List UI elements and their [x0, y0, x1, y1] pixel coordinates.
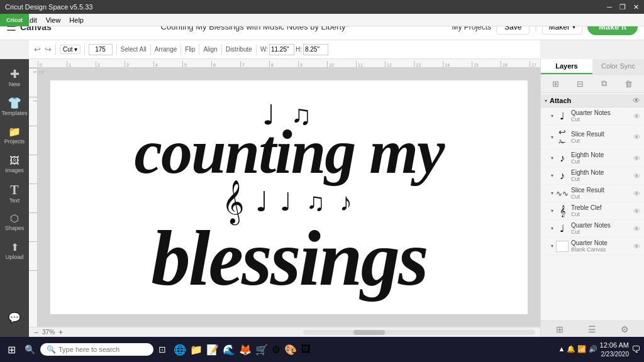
- shapes-icon: ⬡: [10, 214, 19, 224]
- layers-list: ▾ Attach 👁 ▾ ♩ Quarter Notes Cut 👁 ▾ ↩✁ …: [541, 93, 644, 321]
- windows-start-button[interactable]: ⊞: [4, 343, 19, 357]
- search-icon: 🔍: [47, 345, 56, 354]
- app-container: ✚ New 👕 Templates 📁 Projects 🖼 Images T …: [0, 59, 644, 337]
- panel-settings-button[interactable]: ⚙: [621, 324, 629, 334]
- system-tray: ▲ 🔔 📶 🔊 12:06 AM 2/23/2020 🗨: [558, 341, 640, 358]
- h-scroll-thumb[interactable]: [353, 330, 385, 335]
- sidebar-label-templates: Templates: [1, 110, 27, 116]
- collapse-icon: ▾: [551, 226, 553, 231]
- eye-icon-3[interactable]: 👁: [633, 155, 640, 162]
- search-bar[interactable]: 🔍: [40, 343, 153, 356]
- canvas-content: 0 1: [29, 68, 540, 327]
- arrange-label[interactable]: Arrange: [155, 46, 177, 53]
- sidebar-item-text[interactable]: T Text: [2, 180, 27, 207]
- canvas-inner[interactable]: ♩ ♫ counting my 𝄞 ♩ ♩ ♫ ♪: [38, 68, 540, 327]
- zoom-in-button[interactable]: +: [58, 328, 63, 337]
- layer-name-eighth-2: Eighth Note: [571, 169, 631, 176]
- layer-type-cut-7: Cut: [571, 229, 631, 235]
- layer-item-quarter-notes-1[interactable]: ▾ ♩ Quarter Notes Cut 👁: [541, 107, 644, 125]
- align-label[interactable]: Align: [203, 46, 217, 53]
- tab-color-sync[interactable]: Color Sync: [592, 59, 644, 74]
- sidebar-label-shapes: Shapes: [5, 225, 25, 231]
- text-blessings: blessings: [151, 215, 426, 302]
- minimize-btn[interactable]: ─: [607, 3, 612, 11]
- collapse-icon: ▾: [551, 243, 553, 249]
- collapse-icon: ▾: [551, 190, 553, 196]
- redo-button[interactable]: ↪: [45, 45, 52, 54]
- notifications-icon[interactable]: 🗨: [631, 344, 640, 354]
- layer-name-quarter-2: Quarter Notes: [571, 222, 631, 229]
- sidebar-item-upload[interactable]: ⬆ Upload: [2, 238, 27, 265]
- eye-icon-5[interactable]: 👁: [633, 190, 640, 197]
- taskbar-cricut-icon[interactable]: 🎨: [283, 343, 298, 357]
- close-btn[interactable]: ✕: [633, 3, 639, 11]
- layer-name-slice-1: Slice Result: [571, 131, 631, 138]
- layer-item-quarter-note-blank[interactable]: ▾ Quarter Note Blank Canvas 👁: [541, 238, 644, 255]
- sidebar-label-new: New: [9, 81, 20, 87]
- search-input[interactable]: [58, 346, 140, 353]
- eye-icon-2[interactable]: 👁: [633, 133, 640, 141]
- flip-label[interactable]: Flip: [185, 46, 195, 53]
- sidebar-item-shapes[interactable]: ⬡ Shapes: [2, 209, 27, 236]
- layer-item-eighth-note-2[interactable]: ▾ ♪ Eighth Note Cut 👁: [541, 167, 644, 185]
- taskbar-store-icon[interactable]: 🛒: [254, 343, 269, 357]
- search-button-taskbar[interactable]: 🔍: [22, 343, 38, 356]
- left-ruler: 0 1: [29, 68, 38, 327]
- panel-list-button[interactable]: ☰: [588, 324, 596, 334]
- h-scrollbar[interactable]: [303, 330, 535, 335]
- layer-item-quarter-notes-2[interactable]: ▾ ♩ Quarter Notes Cut 👁: [541, 220, 644, 238]
- taskbar-browser-icon[interactable]: 🦊: [238, 343, 253, 357]
- new-icon: ✚: [10, 69, 19, 80]
- taskbar-photos-icon[interactable]: 🖼: [299, 343, 312, 356]
- sidebar-item-new[interactable]: ✚ New: [2, 64, 27, 92]
- left-sidebar: ✚ New 👕 Templates 📁 Projects 🖼 Images T …: [0, 59, 29, 337]
- linetype-selector[interactable]: Cut ▾: [60, 45, 80, 54]
- eye-icon-6[interactable]: 👁: [633, 207, 640, 215]
- panel-grid-button[interactable]: ⊞: [556, 324, 564, 334]
- sidebar-item-templates[interactable]: 👕 Templates: [2, 93, 27, 121]
- sidebar-item-projects[interactable]: 📁 Projects: [2, 122, 27, 150]
- taskbar-edge-icon[interactable]: 🌊: [221, 343, 236, 357]
- duplicate-button[interactable]: ⧉: [599, 77, 609, 90]
- undo-button[interactable]: ↩: [34, 45, 41, 54]
- taskbar-folder-icon[interactable]: 📁: [189, 343, 204, 357]
- layer-type-cut-5: Cut: [571, 194, 631, 200]
- eye-icon-7[interactable]: 👁: [633, 225, 640, 233]
- sidebar-item-images[interactable]: 🖼 Images: [2, 151, 27, 178]
- delete-button[interactable]: 🗑: [622, 77, 635, 90]
- taskbar-settings-icon[interactable]: ⚙: [270, 343, 282, 357]
- layer-item-eighth-note-1[interactable]: ▾ ♪ Eighth Note Cut 👁: [541, 150, 644, 167]
- menu-help[interactable]: Help: [69, 16, 84, 24]
- cricut-brand: Cricut: [0, 14, 29, 26]
- canvas-corner-label: cv: [39, 69, 44, 75]
- upload-icon: ⬆: [11, 243, 19, 253]
- layer-thumb-slice-1: ↩✁: [556, 127, 569, 147]
- distribute-label[interactable]: Distribute: [226, 46, 252, 53]
- layer-item-slice-result-1[interactable]: ▾ ↩✁ Slice Result Cut 👁: [541, 125, 644, 150]
- task-view-button[interactable]: ⊡: [156, 343, 169, 356]
- eye-icon-4[interactable]: 👁: [633, 172, 640, 180]
- menu-view[interactable]: View: [46, 16, 61, 24]
- eye-icon-8[interactable]: 👁: [633, 243, 640, 250]
- tab-layers[interactable]: Layers: [541, 59, 592, 74]
- app-title: Cricut Design Space v5.5.33: [5, 3, 607, 11]
- sidebar-item-chat[interactable]: 💬: [2, 304, 27, 332]
- group-button[interactable]: ⊞: [550, 77, 562, 90]
- select-all-label: Select All: [121, 46, 147, 53]
- eye-icon-1[interactable]: 👁: [633, 112, 640, 120]
- eye-icon-attach[interactable]: 👁: [633, 96, 640, 105]
- layer-item-treble-clef[interactable]: ▾ 𝄞 Treble Clef Cut 👁: [541, 202, 644, 220]
- layer-group-attach[interactable]: ▾ Attach 👁: [541, 94, 644, 107]
- artwork: ♩ ♫ counting my 𝄞 ♩ ♩ ♫ ♪: [69, 101, 509, 294]
- font-size-field[interactable]: [89, 44, 113, 55]
- zoom-out-button[interactable]: −: [34, 328, 38, 337]
- panel-bottom-icons: ⊞ ☰ ⚙: [541, 321, 644, 337]
- restore-btn[interactable]: ❐: [619, 3, 626, 11]
- layer-item-slice-result-2[interactable]: ▾ ∿∿ Slice Result Cut 👁: [541, 185, 644, 202]
- collapse-icon: ▾: [551, 173, 553, 178]
- ungroup-button[interactable]: ⊟: [574, 77, 586, 90]
- taskbar-word-icon[interactable]: 📝: [205, 343, 220, 357]
- taskbar-ie-icon[interactable]: 🌐: [172, 343, 187, 357]
- sidebar-label-images: Images: [5, 167, 24, 173]
- layer-thumb-slice-2: ∿∿: [556, 189, 569, 198]
